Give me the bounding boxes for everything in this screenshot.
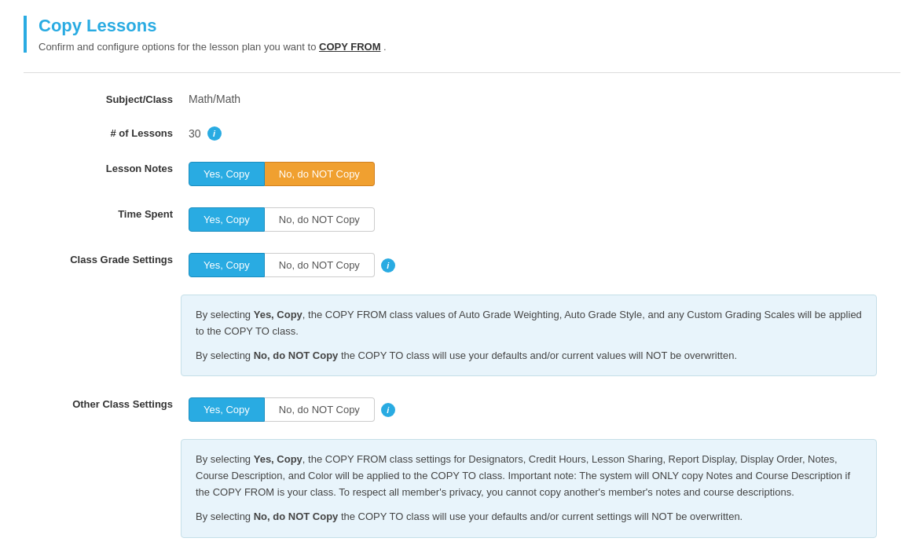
class-grade-info-p1: By selecting Yes, Copy, the COPY FROM cl… xyxy=(196,307,862,340)
other-class-info-icon[interactable]: i xyxy=(381,403,395,417)
lesson-notes-row: Lesson Notes Yes, Copy No, do NOT Copy xyxy=(24,158,900,186)
class-grade-info-p2: By selecting No, do NOT Copy the COPY TO… xyxy=(196,348,862,364)
materials-row: Materials No materials available to copy… xyxy=(24,555,900,560)
lesson-notes-no-button[interactable]: No, do NOT Copy xyxy=(265,162,375,186)
lesson-notes-label: Lesson Notes xyxy=(47,158,189,174)
page-subtitle: Confirm and configure options for the le… xyxy=(38,41,900,53)
materials-value: No materials available to copy. xyxy=(189,555,900,560)
other-class-info-p2: By selecting No, do NOT Copy the COPY TO… xyxy=(196,509,862,525)
lesson-notes-yes-button[interactable]: Yes, Copy xyxy=(189,162,265,186)
time-spent-row: Time Spent Yes, Copy No, do NOT Copy xyxy=(24,203,900,232)
subject-class-row: Subject/Class Math/Math xyxy=(24,89,900,105)
other-class-row: Other Class Settings Yes, Copy No, do NO… xyxy=(24,393,900,422)
other-class-p1-prefix: By selecting xyxy=(196,453,254,465)
lessons-row: # of Lessons 30 i xyxy=(24,123,900,141)
time-spent-no-button[interactable]: No, do NOT Copy xyxy=(265,207,375,232)
class-grade-p2-prefix: By selecting xyxy=(196,350,254,361)
class-grade-no-button[interactable]: No, do NOT Copy xyxy=(265,253,375,277)
lesson-notes-btn-group: Yes, Copy No, do NOT Copy xyxy=(189,162,375,186)
lessons-info-icon[interactable]: i xyxy=(207,126,222,141)
other-class-p1-bold: Yes, Copy xyxy=(254,453,302,465)
time-spent-buttons: Yes, Copy No, do NOT Copy xyxy=(189,203,900,232)
class-grade-buttons: Yes, Copy No, do NOT Copy i xyxy=(189,249,900,277)
class-grade-p1-bold: Yes, Copy xyxy=(254,309,302,320)
header-section: Copy Lessons Confirm and configure optio… xyxy=(24,16,900,53)
subject-class-text: Math/Math xyxy=(189,93,240,105)
other-class-no-button[interactable]: No, do NOT Copy xyxy=(265,397,375,422)
other-class-label: Other Class Settings xyxy=(47,393,189,410)
other-class-yes-button[interactable]: Yes, Copy xyxy=(189,397,265,422)
lessons-number: 30 xyxy=(189,127,201,140)
class-grade-label: Class Grade Settings xyxy=(47,249,189,265)
subject-class-label: Subject/Class xyxy=(47,89,189,105)
lessons-value: 30 i xyxy=(189,123,900,141)
class-grade-info-box: By selecting Yes, Copy, the COPY FROM cl… xyxy=(181,295,877,376)
subject-class-value: Math/Math xyxy=(189,89,900,105)
time-spent-label: Time Spent xyxy=(47,203,189,220)
other-class-info-box: By selecting Yes, Copy, the COPY FROM cl… xyxy=(181,439,877,537)
class-grade-row: Class Grade Settings Yes, Copy No, do NO… xyxy=(24,249,900,277)
other-class-p2-bold: No, do NOT Copy xyxy=(254,511,339,522)
class-grade-btn-group: Yes, Copy No, do NOT Copy xyxy=(189,253,375,277)
class-grade-p1-prefix: By selecting xyxy=(196,309,254,320)
other-class-p2-prefix: By selecting xyxy=(196,511,254,522)
page-title: Copy Lessons xyxy=(38,16,900,36)
divider xyxy=(24,72,900,73)
class-grade-info-icon[interactable]: i xyxy=(381,258,395,273)
other-class-btn-group: Yes, Copy No, do NOT Copy xyxy=(189,397,375,422)
subtitle-prefix: Confirm and configure options for the le… xyxy=(38,41,319,53)
time-spent-btn-group: Yes, Copy No, do NOT Copy xyxy=(189,207,375,232)
class-grade-p2-bold: No, do NOT Copy xyxy=(254,350,339,361)
materials-label: Materials xyxy=(47,555,189,560)
other-class-buttons: Yes, Copy No, do NOT Copy i xyxy=(189,393,900,422)
page-container: Copy Lessons Confirm and configure optio… xyxy=(0,0,924,560)
time-spent-yes-button[interactable]: Yes, Copy xyxy=(189,207,265,232)
class-grade-p2-suffix: the COPY TO class will use your defaults… xyxy=(338,350,737,361)
subtitle-suffix: . xyxy=(381,41,387,53)
class-grade-yes-button[interactable]: Yes, Copy xyxy=(189,253,265,277)
other-class-info-p1: By selecting Yes, Copy, the COPY FROM cl… xyxy=(196,452,862,500)
lessons-label: # of Lessons xyxy=(47,123,189,139)
copy-from-link[interactable]: COPY FROM xyxy=(319,41,381,53)
other-class-p2-suffix: the COPY TO class will use your defaults… xyxy=(338,511,742,522)
lesson-notes-buttons: Yes, Copy No, do NOT Copy xyxy=(189,158,900,186)
